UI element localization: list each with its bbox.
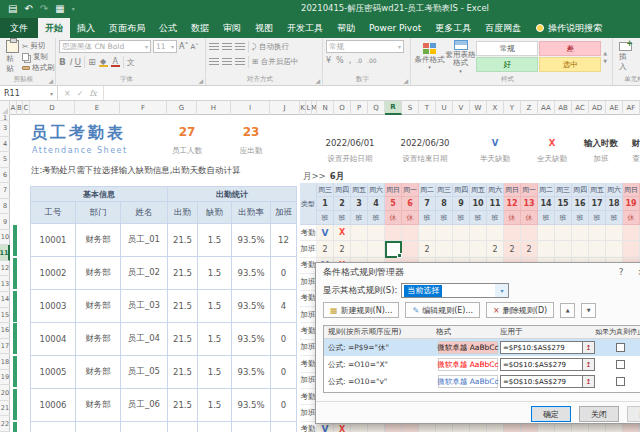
row-header-19[interactable]: 19 [0,370,10,386]
attendance-cell[interactable] [402,225,419,241]
phonetic-guide-icon[interactable]: 文 [127,57,135,68]
employee-cell[interactable]: 0 [271,356,297,389]
number-dialog-launcher[interactable]: ◢ [403,77,408,84]
selected-cell[interactable] [385,241,402,257]
stop-if-true-checkbox[interactable] [616,377,625,386]
copy-button[interactable]: 复制 [22,52,55,62]
tell-me-search[interactable]: 操作说明搜索 [536,18,602,38]
row-header-12[interactable]: 12 [0,261,10,277]
employee-cell[interactable]: 财务部 [76,224,121,257]
tab-插入[interactable]: 插入 [70,18,102,38]
employee-cell[interactable]: 93.5% [232,389,271,422]
attendance-cell[interactable] [538,241,555,257]
employee-cell[interactable]: 93.5% [232,224,271,257]
stop-if-true-checkbox[interactable] [616,360,625,369]
tab-Power Pivot[interactable]: Power Pivot [362,18,428,38]
row-header-18[interactable]: 18 [0,354,10,370]
wrap-text-button[interactable]: ⤸ 自动换行 [252,42,289,52]
row-header-9[interactable]: 9 [0,214,10,230]
employee-cell[interactable]: 财务部 [76,290,121,323]
shrink-font-icon[interactable]: A˅ [190,43,198,51]
employee-cell[interactable]: 4 [271,290,297,323]
column-header-H[interactable]: H [197,101,231,115]
percent-style-icon[interactable]: % [336,56,344,65]
formula-input[interactable] [104,86,640,101]
format-painter-button[interactable]: 格式刷 [22,63,55,73]
attendance-cell[interactable] [436,241,453,257]
employee-cell[interactable]: 21.5 [168,356,198,389]
format-as-table-button[interactable]: 套用表格格式 ▾ [445,40,476,74]
attendance-cell[interactable] [521,225,538,241]
font-name-combo[interactable]: 思源黑体 CN Bold▾ [59,40,151,53]
attendance-cell[interactable]: V [317,225,334,241]
attendance-cell[interactable] [368,241,385,257]
employee-cell[interactable]: 10007 [31,422,76,432]
alignment-dialog-launcher[interactable]: ◢ [315,77,320,84]
employee-cell[interactable]: 员工_07 [121,422,168,432]
move-rule-down-button[interactable]: ▼ [581,303,596,318]
name-box[interactable]: R11▾ [0,86,58,101]
cell-style-good[interactable]: 好 [476,57,538,72]
attendance-cell[interactable] [385,225,402,241]
end-date-value[interactable]: 2022/06/30 [388,138,462,148]
row-header-20[interactable]: 20 [0,385,10,401]
row-header-11[interactable]: 11 [0,245,10,261]
employee-cell[interactable]: 财务部 [76,257,121,290]
increase-decimal-icon[interactable]: .0 [356,57,362,64]
column-header-J[interactable]: J [270,101,300,115]
attendance-cell[interactable] [555,225,572,241]
attendance-cell[interactable] [351,241,368,257]
attendance-cell[interactable] [606,225,623,241]
range-picker-button[interactable]: ↥ [583,375,595,388]
tab-帮助[interactable]: 帮助 [330,18,362,38]
delete-rule-button[interactable]: ×删除规则(D) [486,302,554,318]
attendance-cell[interactable]: 2 [317,241,334,257]
employee-cell[interactable]: 财务部 [76,323,121,356]
insert-cells-button[interactable]: 插入 [616,42,635,72]
tab-公式[interactable]: 公式 [152,18,184,38]
cell-style-selected[interactable]: 选中 [539,57,601,72]
attendance-cell[interactable] [470,241,487,257]
column-header-G[interactable]: G [167,101,197,115]
new-rule-button[interactable]: ▦新建规则(N)... [323,302,399,318]
column-header-X[interactable]: X [487,101,504,115]
number-format-combo[interactable]: 常规▾ [326,40,404,53]
applies-to-input[interactable]: =$O$10:$AS$279 [500,358,583,371]
cut-button[interactable]: ✂剪切 [22,41,55,51]
align-middle-icon[interactable] [222,43,232,51]
column-header-F[interactable]: F [120,101,167,115]
bold-button[interactable]: B [59,57,66,67]
employee-cell[interactable]: 21.5 [168,290,198,323]
employee-cell[interactable]: 93.5% [232,422,271,432]
employee-cell[interactable]: 12 [271,224,297,257]
help-icon[interactable]: ? [619,267,624,277]
attendance-cell[interactable]: 2 [419,241,436,257]
column-header-C[interactable]: C [23,101,30,115]
employee-cell[interactable]: 0 [271,257,297,290]
attendance-cell[interactable] [419,225,436,241]
employee-cell[interactable]: 1.5 [198,224,232,257]
decrease-decimal-icon[interactable]: .00 [367,57,377,64]
italic-button[interactable]: I [69,57,72,67]
column-header-I[interactable]: I [231,101,270,115]
font-dialog-launcher[interactable]: ◢ [198,77,203,84]
column-header-S[interactable]: S [402,101,419,115]
column-header-N[interactable]: N [317,101,334,115]
employee-cell[interactable]: 员工_02 [121,257,168,290]
employee-cell[interactable]: 1.5 [198,356,232,389]
move-rule-up-button[interactable]: ▲ [560,303,575,318]
row-header-16[interactable]: 16 [0,323,10,339]
employee-cell[interactable]: 员工_03 [121,290,168,323]
row-header-17[interactable]: 17 [0,339,10,355]
employee-cell[interactable]: 员工_05 [121,356,168,389]
attendance-cell[interactable] [589,225,606,241]
tab-开始[interactable]: 开始 [38,18,70,38]
employee-cell[interactable]: 10005 [31,356,76,389]
employee-cell[interactable]: 0 [271,389,297,422]
employee-cell[interactable]: 21.5 [168,224,198,257]
tab-数据[interactable]: 数据 [184,18,216,38]
attendance-cell[interactable] [504,225,521,241]
align-bottom-icon[interactable] [235,43,245,51]
row-header-3[interactable]: 3 [0,121,10,137]
row-header-22[interactable]: 22 [0,416,10,432]
